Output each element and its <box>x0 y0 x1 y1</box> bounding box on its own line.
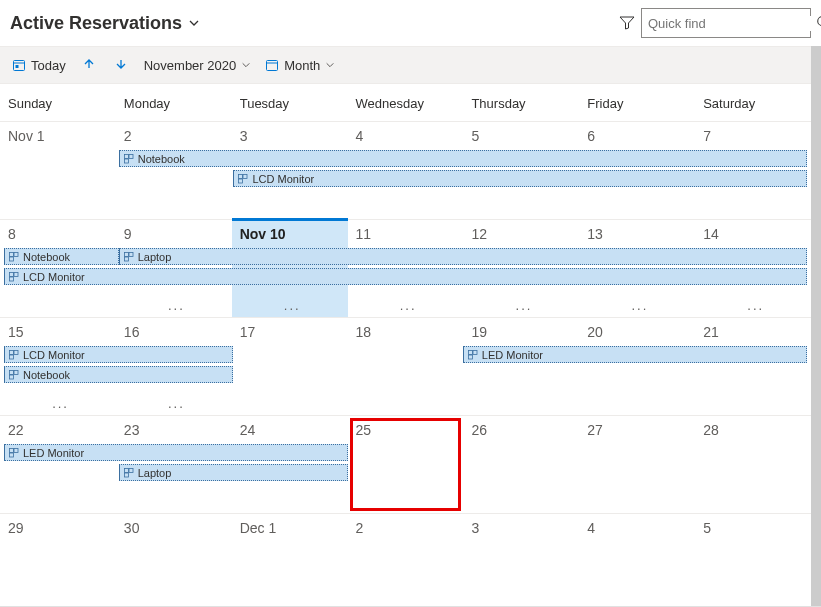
date-label[interactable]: 4 <box>356 128 364 144</box>
date-label[interactable]: 18 <box>356 324 372 340</box>
view-mode-picker[interactable]: Month <box>265 58 335 73</box>
date-label[interactable]: 16 <box>124 324 140 340</box>
date-label[interactable]: 22 <box>8 422 24 438</box>
more-events-indicator[interactable]: ... <box>463 298 579 313</box>
calendar-cell[interactable]: 29 <box>0 514 116 583</box>
date-label[interactable]: 28 <box>703 422 719 438</box>
calendar-cell[interactable]: 2 <box>348 514 464 583</box>
date-label[interactable]: 23 <box>124 422 140 438</box>
more-events-indicator[interactable]: ... <box>116 298 232 313</box>
date-label[interactable]: 27 <box>587 422 603 438</box>
reservation-event[interactable]: LED Monitor <box>463 346 807 363</box>
vertical-scrollbar[interactable] <box>811 46 821 606</box>
date-label[interactable]: 14 <box>703 226 719 242</box>
date-label[interactable]: 26 <box>471 422 487 438</box>
svg-rect-14 <box>14 252 18 256</box>
date-label[interactable]: 15 <box>8 324 24 340</box>
today-label: Today <box>31 58 66 73</box>
search-input[interactable] <box>648 16 816 31</box>
svg-rect-25 <box>468 350 472 354</box>
date-label[interactable]: 6 <box>587 128 595 144</box>
date-label[interactable]: 25 <box>356 422 372 438</box>
event-icon <box>124 154 134 164</box>
date-label[interactable]: 8 <box>8 226 16 242</box>
reservation-event[interactable]: Notebook <box>4 248 119 265</box>
search-icon[interactable] <box>816 15 821 32</box>
calendar-cell[interactable]: 5 <box>695 514 811 583</box>
svg-rect-13 <box>10 252 14 256</box>
date-label[interactable]: 2 <box>356 520 364 536</box>
reservation-event[interactable]: LED Monitor <box>4 444 348 461</box>
date-label[interactable]: 4 <box>587 520 595 536</box>
date-label[interactable]: 13 <box>587 226 603 242</box>
date-label[interactable]: Nov 1 <box>8 128 45 144</box>
date-label[interactable]: 12 <box>471 226 487 242</box>
view-mode-label: Month <box>284 58 320 73</box>
svg-rect-18 <box>124 257 128 261</box>
date-label[interactable]: 30 <box>124 520 140 536</box>
svg-rect-27 <box>468 355 472 359</box>
next-period-button[interactable] <box>112 55 130 76</box>
calendar-cell[interactable]: 30 <box>116 514 232 583</box>
calendar-week: 15161718192021LCD MonitorLED MonitorNote… <box>0 317 811 415</box>
event-icon <box>468 350 478 360</box>
prev-period-button[interactable] <box>80 55 98 76</box>
date-label[interactable]: 2 <box>124 128 132 144</box>
svg-rect-34 <box>124 468 128 472</box>
event-icon <box>9 350 19 360</box>
quick-find-search[interactable] <box>641 8 811 38</box>
date-label[interactable]: 5 <box>703 520 711 536</box>
date-label[interactable]: 21 <box>703 324 719 340</box>
reservation-event[interactable]: Notebook <box>119 150 807 167</box>
more-events-indicator[interactable]: ... <box>0 396 116 411</box>
date-label[interactable]: 20 <box>587 324 603 340</box>
svg-rect-32 <box>14 448 18 452</box>
calendar-week: Nov 1234567NotebookLCD Monitor <box>0 121 811 219</box>
reservation-event[interactable]: Laptop <box>119 464 348 481</box>
date-label[interactable]: 19 <box>471 324 487 340</box>
calendar-icon <box>265 58 279 72</box>
date-label[interactable]: 9 <box>124 226 132 242</box>
svg-rect-16 <box>124 252 128 256</box>
today-button[interactable]: Today <box>12 58 66 73</box>
filter-button[interactable] <box>613 9 641 37</box>
svg-rect-35 <box>129 468 133 472</box>
svg-rect-5 <box>267 61 278 71</box>
more-events-indicator[interactable]: ... <box>232 298 348 313</box>
date-label[interactable]: 7 <box>703 128 711 144</box>
arrow-up-icon <box>82 57 96 71</box>
date-label[interactable]: 29 <box>8 520 24 536</box>
view-title-dropdown[interactable]: Active Reservations <box>10 13 200 34</box>
svg-rect-30 <box>10 375 14 379</box>
more-events-indicator[interactable]: ... <box>116 396 232 411</box>
date-label[interactable]: 3 <box>471 520 479 536</box>
reservation-event[interactable]: LCD Monitor <box>4 346 233 363</box>
calendar-toolbar: Today November 2020 Month <box>0 46 811 84</box>
svg-rect-4 <box>16 65 19 68</box>
reservation-event[interactable]: LCD Monitor <box>233 170 807 187</box>
date-label[interactable]: 24 <box>240 422 256 438</box>
reservation-event[interactable]: Laptop <box>119 248 807 265</box>
reservation-event[interactable]: LCD Monitor <box>4 268 807 285</box>
event-icon <box>9 448 19 458</box>
date-label[interactable]: 11 <box>356 226 372 242</box>
day-header: Wednesday <box>348 84 464 121</box>
more-events-indicator[interactable]: ... <box>579 298 695 313</box>
date-label[interactable]: Nov 10 <box>240 226 286 242</box>
more-events-indicator[interactable]: ... <box>348 298 464 313</box>
event-label: LED Monitor <box>482 349 543 361</box>
event-label: Laptop <box>138 467 172 479</box>
svg-rect-20 <box>14 272 18 276</box>
date-label[interactable]: 17 <box>240 324 256 340</box>
month-year-picker[interactable]: November 2020 <box>144 58 252 73</box>
app-root: { "header": { "title": "Active Reservati… <box>0 0 821 607</box>
calendar-cell[interactable]: 3 <box>463 514 579 583</box>
date-label[interactable]: Dec 1 <box>240 520 277 536</box>
date-label[interactable]: 3 <box>240 128 248 144</box>
event-label: LED Monitor <box>23 447 84 459</box>
calendar-cell[interactable]: 4 <box>579 514 695 583</box>
calendar-cell[interactable]: Dec 1 <box>232 514 348 583</box>
reservation-event[interactable]: Notebook <box>4 366 233 383</box>
date-label[interactable]: 5 <box>471 128 479 144</box>
more-events-indicator[interactable]: ... <box>695 298 811 313</box>
